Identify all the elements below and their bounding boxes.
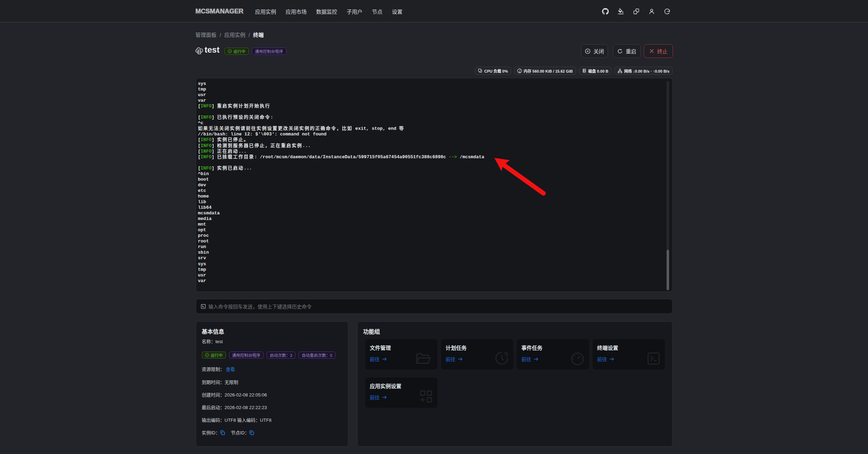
svg-text:MCSMANAGER: MCSMANAGER: [195, 8, 243, 15]
